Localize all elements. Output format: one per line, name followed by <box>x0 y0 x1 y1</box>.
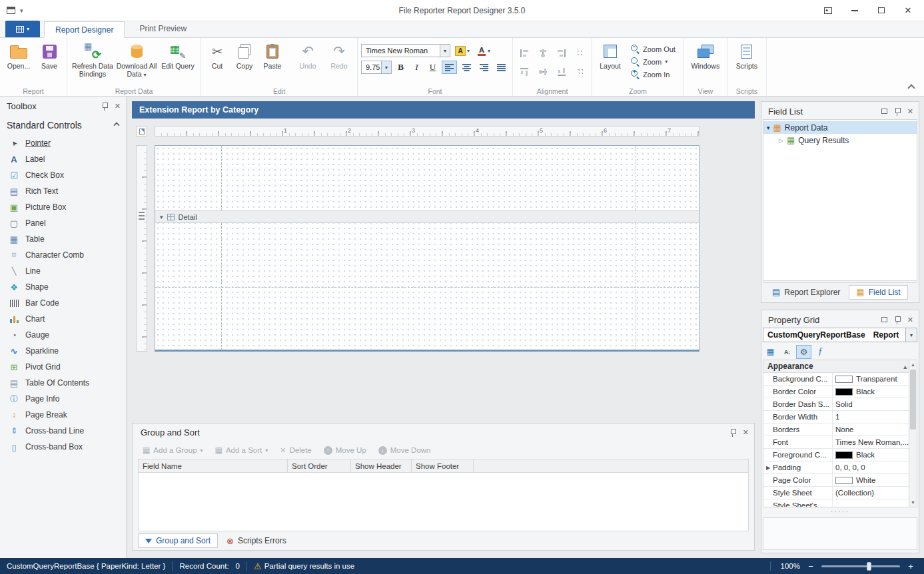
expand-icon[interactable]: ▶ <box>763 461 773 473</box>
scroll-up-icon[interactable]: ▲ <box>909 360 917 369</box>
band-collapse-icon[interactable] <box>160 214 163 220</box>
toolbox-item-page-break[interactable]: Page Break <box>0 407 126 423</box>
toolbox-item-chart[interactable]: Chart <box>0 311 126 327</box>
scripts-button[interactable]: Scripts <box>731 40 763 70</box>
open-button[interactable]: Open... <box>3 40 34 70</box>
property-row-border-width[interactable]: Border Width 1 <box>763 411 909 424</box>
layout-button[interactable]: Layout <box>596 40 625 70</box>
align-right-edges-button[interactable] <box>554 45 570 61</box>
highlight-color-button[interactable]: A <box>452 44 472 57</box>
align-left-edges-button[interactable] <box>516 45 532 61</box>
category-appearance[interactable]: Appearance <box>763 360 909 373</box>
equal-spacing-button[interactable] <box>572 64 588 80</box>
align-bottoms-button[interactable] <box>554 64 570 80</box>
property-row-background-color[interactable]: Background C... Transparent <box>763 373 909 386</box>
property-row-border-dash-style[interactable]: Border Dash S... Solid <box>763 398 909 411</box>
property-value[interactable]: Black <box>833 449 909 461</box>
toolbox-item-line[interactable]: Line <box>0 263 126 279</box>
toolbox-item-shape[interactable]: Shape <box>0 279 126 295</box>
copy-button[interactable]: Copy <box>231 40 258 70</box>
zoom-out-button[interactable]: − Zoom Out <box>626 43 680 55</box>
property-row-border-color[interactable]: Border Color Black <box>763 386 909 398</box>
properties-view-button[interactable] <box>796 345 811 359</box>
toolbox-item-character-comb[interactable]: Character Comb <box>0 247 126 263</box>
panel-splitter[interactable] <box>763 509 917 516</box>
collapse-ribbon-button[interactable] <box>905 83 917 93</box>
column-field-name[interactable]: Field Name <box>139 459 288 472</box>
property-value[interactable]: White <box>833 474 909 486</box>
tab-print-preview[interactable]: Print Preview <box>129 21 197 37</box>
maximize-button[interactable] <box>876 5 887 16</box>
group-sort-list[interactable] <box>138 473 749 531</box>
pin-icon[interactable] <box>729 428 736 437</box>
property-value[interactable]: None <box>833 424 909 435</box>
close-icon[interactable] <box>115 102 121 111</box>
align-right-button[interactable] <box>476 61 492 74</box>
tree-node-report-data[interactable]: Report Data <box>763 121 917 134</box>
property-grid-scrollbar[interactable]: ▲ ▼ <box>909 360 917 507</box>
add-sort-button[interactable]: Add a Sort <box>211 443 273 457</box>
delete-button[interactable]: Delete <box>275 443 316 457</box>
windows-button[interactable]: Windows <box>688 40 723 70</box>
toolbox-item-bar-code[interactable]: Bar Code <box>0 295 126 311</box>
toolbox-item-table[interactable]: Table <box>0 231 126 247</box>
align-left-button[interactable] <box>442 61 457 74</box>
close-icon[interactable] <box>743 428 749 437</box>
align-to-grid-button[interactable] <box>572 45 588 61</box>
redo-button[interactable]: Redo <box>324 40 354 70</box>
bold-button[interactable]: B <box>394 61 408 74</box>
property-value[interactable]: (Collection) <box>833 487 909 499</box>
combo-arrow-icon[interactable] <box>440 45 450 57</box>
toolbox-item-check-box[interactable]: Check Box <box>0 167 126 183</box>
property-value[interactable] <box>833 499 909 507</box>
zoom-button[interactable]: Zoom <box>626 55 680 68</box>
toolbox-item-table-of-contents[interactable]: Table Of Contents <box>0 375 126 391</box>
zoom-slider-thumb[interactable] <box>867 562 871 571</box>
toolbox-item-pointer[interactable]: Pointer <box>0 135 126 151</box>
zoom-in-button[interactable]: + Zoom In <box>626 68 680 81</box>
download-all-data-button[interactable]: Download All Data <box>116 40 157 79</box>
alphabetical-sort-button[interactable] <box>779 345 795 359</box>
categorized-view-button[interactable] <box>763 345 778 359</box>
close-button[interactable] <box>903 5 913 16</box>
collapse-category-icon[interactable] <box>903 362 907 371</box>
toolbox-item-cross-band-box[interactable]: Cross-band Box <box>0 439 126 455</box>
events-view-button[interactable] <box>813 345 828 359</box>
column-show-footer[interactable]: Show Footer <box>412 459 474 472</box>
add-group-button[interactable]: Add a Group <box>138 443 208 457</box>
property-row-page-color[interactable]: Page Color White <box>763 474 909 487</box>
expander-closed-icon[interactable]: ▷ <box>779 137 783 144</box>
zoom-out-control[interactable]: − <box>807 561 815 571</box>
italic-button[interactable]: I <box>410 61 424 74</box>
tree-node-query-results[interactable]: ▷ Query Results <box>763 134 917 146</box>
font-size-combo[interactable]: 9.75 <box>361 61 392 74</box>
combo-arrow-icon[interactable] <box>381 61 391 73</box>
property-value[interactable]: Black <box>833 386 909 398</box>
ribbon-position-button[interactable] <box>823 5 833 16</box>
toolbox-item-picture-box[interactable]: Picture Box <box>0 199 126 215</box>
edit-query-button[interactable]: Edit Query <box>159 40 197 70</box>
zoom-slider[interactable] <box>821 565 900 567</box>
expander-open-icon[interactable] <box>767 125 770 131</box>
toolbox-item-label[interactable]: Label <box>0 151 126 167</box>
design-surface[interactable]: Detail <box>155 145 699 352</box>
pin-icon[interactable] <box>894 316 901 324</box>
cut-button[interactable]: Cut <box>205 40 230 70</box>
property-value[interactable]: 1 <box>833 411 909 423</box>
minimize-button[interactable] <box>849 5 860 16</box>
toolbox-item-pivot-grid[interactable]: Pivot Grid <box>0 359 126 375</box>
undo-button[interactable]: Undo <box>292 40 323 70</box>
property-value[interactable]: 0, 0, 0, 0 <box>833 461 909 473</box>
font-family-combo[interactable]: Times New Roman <box>361 44 450 57</box>
save-button[interactable]: Save <box>35 40 63 70</box>
close-icon[interactable] <box>907 107 913 116</box>
property-row-borders[interactable]: Borders None <box>763 424 909 436</box>
align-centers-button[interactable] <box>535 45 551 61</box>
scroll-down-icon[interactable]: ▼ <box>909 498 917 507</box>
property-row-style-sheet[interactable]: Style Sheet (Collection) <box>763 487 909 499</box>
column-show-header[interactable]: Show Header <box>351 459 412 472</box>
tab-group-and-sort[interactable]: Group and Sort <box>138 533 218 548</box>
toolbox-item-page-info[interactable]: Page Info <box>0 391 126 407</box>
quick-access-dropdown-icon[interactable] <box>20 7 23 14</box>
property-row-padding[interactable]: ▶ Padding 0, 0, 0, 0 <box>763 461 909 474</box>
